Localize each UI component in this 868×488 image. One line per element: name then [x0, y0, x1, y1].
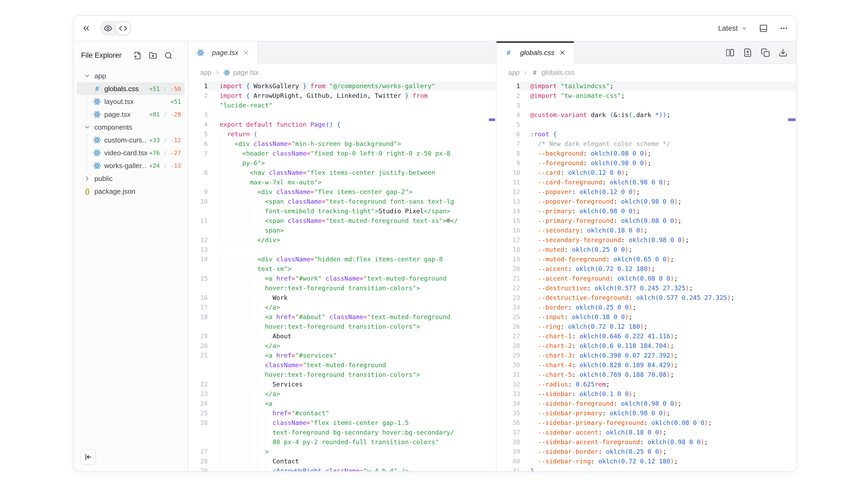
- code-line: 8<nav className="flex items-center justi…: [188, 168, 496, 177]
- code-line: 19About: [188, 331, 496, 341]
- indent-guide: [227, 168, 235, 177]
- code-line: 6:root {: [497, 129, 796, 139]
- line-number: 9: [497, 158, 520, 168]
- indent-guide: [530, 226, 538, 235]
- indent-guide: [530, 274, 538, 283]
- chevrons-left-icon[interactable]: [82, 24, 91, 33]
- tree-item-works-galler[interactable]: works-galler…+24 / -13: [77, 159, 185, 172]
- line-number: 1: [497, 81, 520, 91]
- code-line: 39--sidebar-border: oklch(0.25 0 0);: [497, 447, 796, 456]
- line-number: 9: [188, 187, 208, 197]
- indent-guide: [242, 331, 250, 341]
- line-number: 34: [497, 399, 520, 409]
- breadcrumb: app # globals.css: [497, 64, 796, 81]
- code-editor-globals-css[interactable]: 1@import "tailwindcss";2@import "tw-anim…: [497, 81, 796, 471]
- tree-item-page.tsx[interactable]: page.tsx+81 / -28: [77, 108, 185, 121]
- tree-item-components[interactable]: components: [77, 121, 185, 134]
- indent-guide: [235, 254, 242, 264]
- code-line: 8--background: oklch(0.08 0 0);: [497, 149, 796, 158]
- code-view-icon[interactable]: [115, 22, 131, 35]
- code-line: 15<a href="#work" className="text-muted-…: [188, 274, 496, 283]
- code-line: 23--destructive-foreground: oklch(0.577 …: [497, 293, 796, 302]
- more-ellipsis-icon[interactable]: [779, 24, 788, 33]
- indent-guide: [227, 428, 235, 437]
- download-icon[interactable]: [778, 48, 787, 57]
- indent-guide: [227, 302, 235, 312]
- indent-guide: [250, 254, 257, 264]
- close-icon[interactable]: [559, 49, 566, 56]
- code-line: 7<header className="fixed top-0 left-0 r…: [188, 149, 496, 158]
- file-diff-icon[interactable]: [743, 48, 752, 57]
- tabbar-left: page.tsx: [188, 41, 496, 64]
- preview-eye-icon[interactable]: [101, 22, 115, 35]
- indent-guide: [242, 399, 250, 409]
- indent-guide: [235, 235, 242, 245]
- indent-guide: [235, 456, 242, 466]
- code-line: 13: [188, 245, 496, 254]
- version-selector[interactable]: Latest: [718, 24, 747, 33]
- indent-guide: [242, 456, 250, 466]
- react-file-icon: [93, 98, 101, 105]
- tree-item-public[interactable]: public: [77, 172, 185, 185]
- line-number: [188, 283, 208, 293]
- line-number: [188, 370, 208, 380]
- indent-guide: [250, 370, 257, 380]
- indent-guide: [242, 466, 250, 471]
- indent-guide: [242, 187, 250, 197]
- file-tree: app#globals.css+51 / -50layout.tsx+51pag…: [73, 69, 188, 471]
- close-icon[interactable]: [243, 49, 249, 56]
- panel-bottom-icon[interactable]: [759, 24, 768, 33]
- code-line: 20</a>: [188, 341, 496, 351]
- indent-guide: [220, 129, 227, 139]
- code-line: 27>: [188, 447, 496, 456]
- tree-item-layout.tsx[interactable]: layout.tsx+51: [77, 95, 185, 108]
- code-line: 41}: [497, 466, 796, 471]
- indent-guide: [235, 351, 242, 360]
- tree-item-video-card.tsx[interactable]: video-card.tsx+76 / -27: [77, 147, 185, 159]
- indent-guide: [242, 409, 250, 418]
- indent-guide: [220, 341, 227, 351]
- line-number: 22: [497, 283, 520, 293]
- indent-guide: [250, 428, 257, 437]
- line-number: 6: [497, 129, 520, 139]
- code-editor-page-tsx[interactable]: 1import { WorksGallery } from "@/compone…: [188, 81, 496, 471]
- indent-guide: [242, 274, 250, 283]
- tree-item-globals.css[interactable]: #globals.css+51 / -50: [77, 82, 185, 95]
- indent-guide: [227, 312, 235, 322]
- code-line: 9--foreground: oklch(0.98 0 0);: [497, 158, 796, 168]
- code-line: py-6">: [188, 158, 496, 168]
- copy-icon[interactable]: [761, 48, 770, 57]
- indent-guide: [242, 437, 250, 447]
- tab-globals-css[interactable]: # globals.css: [497, 41, 575, 64]
- tree-item-package.json[interactable]: {}package.json: [77, 185, 185, 198]
- indent-guide: [220, 274, 227, 283]
- indent-guide: [250, 437, 257, 447]
- line-number: 14: [188, 254, 208, 264]
- indent-guide: [250, 216, 257, 226]
- line-number: 20: [497, 264, 520, 274]
- indent-guide: [220, 302, 227, 312]
- code-line: 14--primary: oklch(0.98 0 0);: [497, 206, 796, 216]
- code-line: className="text-muted-foreground: [188, 360, 496, 370]
- line-number: 16: [497, 226, 520, 235]
- search-icon[interactable]: [164, 52, 173, 60]
- split-view-icon[interactable]: [725, 48, 735, 57]
- tab-page-tsx[interactable]: page.tsx: [188, 41, 258, 64]
- tab-label: page.tsx: [212, 48, 238, 57]
- new-file-icon[interactable]: [133, 52, 142, 60]
- indent-guide: [235, 437, 242, 447]
- indent-guide: [227, 254, 235, 264]
- new-folder-icon[interactable]: [149, 52, 157, 60]
- line-number: 28: [188, 456, 208, 466]
- tree-item-custom-curs[interactable]: custom-curs…+33 / -12: [77, 134, 185, 147]
- line-number: 30: [497, 360, 520, 370]
- tree-item-app[interactable]: app: [77, 69, 185, 82]
- indent-guide: [87, 108, 87, 121]
- indent-guide: [250, 466, 257, 471]
- code-line: 19--muted-foreground: oklch(0.65 0 0);: [497, 254, 796, 264]
- line-number: 39: [497, 447, 520, 456]
- indent-guide: [235, 168, 242, 177]
- indent-guide: [235, 447, 242, 456]
- collapse-sidebar-button[interactable]: [81, 449, 96, 465]
- indent-guide: [227, 399, 235, 409]
